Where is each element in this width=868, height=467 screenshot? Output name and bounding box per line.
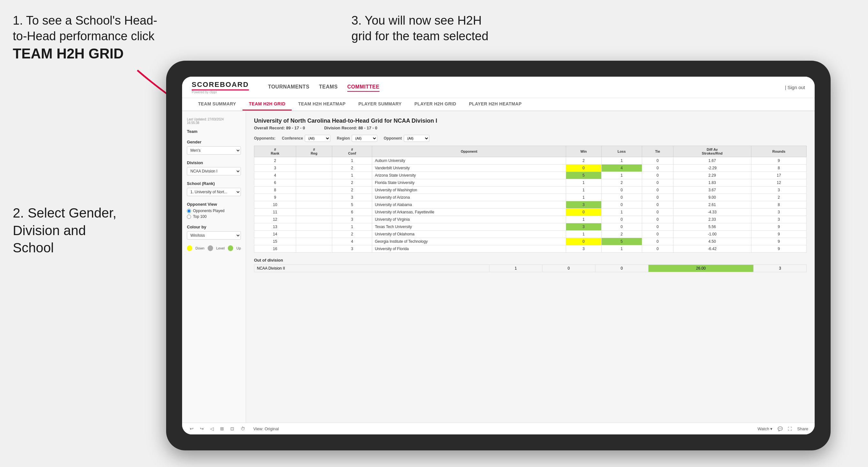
cell-conf: 1 bbox=[332, 157, 372, 164]
cell-tie: 0 bbox=[642, 245, 674, 253]
cell-rank: 4 bbox=[254, 172, 296, 179]
cell-tie: 0 bbox=[642, 194, 674, 201]
col-rank: #Rank bbox=[254, 146, 296, 157]
share-btn[interactable]: Share bbox=[797, 427, 808, 431]
fullscreen-btn[interactable]: ⛶ bbox=[788, 427, 792, 431]
cell-conf: 2 bbox=[332, 187, 372, 194]
cell-tie: 0 bbox=[642, 157, 674, 164]
sign-out[interactable]: | Sign out bbox=[785, 85, 805, 90]
tab-player-h2h-grid[interactable]: PLAYER H2H GRID bbox=[408, 98, 463, 111]
cell-reg bbox=[296, 187, 332, 194]
table-row: 14 2 University of Oklahoma 1 2 0 -1.00 … bbox=[254, 230, 807, 238]
cell-tie: 0 bbox=[642, 172, 674, 179]
cell-rank: 8 bbox=[254, 187, 296, 194]
conference-filter-select[interactable]: (All) bbox=[305, 135, 330, 142]
table-row: 10 5 University of Alabama 3 0 0 2.61 8 bbox=[254, 201, 807, 209]
cell-tie: 0 bbox=[642, 216, 674, 223]
arrange-btn[interactable]: ⊡ bbox=[229, 426, 236, 432]
cell-diff: 5.56 bbox=[673, 223, 751, 230]
cell-win: 1 bbox=[566, 179, 601, 187]
table-row: 9 3 University of Arizona 1 0 0 9.00 2 bbox=[254, 194, 807, 201]
table-row: 12 3 University of Virginia 1 0 0 2.33 3 bbox=[254, 216, 807, 223]
cell-rounds: 2 bbox=[751, 194, 806, 201]
table-row: 16 3 University of Florida 3 1 0 -6.42 9 bbox=[254, 245, 807, 253]
cell-opponent: Auburn University bbox=[372, 157, 566, 164]
cell-win: 3 bbox=[566, 245, 601, 253]
table-row: 2 1 Auburn University 2 1 0 1.67 9 bbox=[254, 157, 807, 164]
cell-tie: 0 bbox=[642, 230, 674, 238]
grid-area: University of North Carolina Head-to-Hea… bbox=[246, 111, 815, 423]
gender-select[interactable]: Men's bbox=[187, 146, 241, 155]
out-row: NCAA Division II 1 0 0 26.00 3 bbox=[254, 265, 807, 272]
division-select[interactable]: NCAA Division I bbox=[187, 167, 241, 175]
cell-loss: 0 bbox=[601, 187, 642, 194]
filter-conference: Conference (All) bbox=[282, 135, 330, 142]
col-opponent: Opponent bbox=[372, 146, 566, 157]
cell-reg bbox=[296, 194, 332, 201]
nav-tournaments[interactable]: TOURNAMENTS bbox=[268, 83, 310, 92]
cell-opponent: Arizona State University bbox=[372, 172, 566, 179]
tab-team-h2h-grid[interactable]: TEAM H2H GRID bbox=[243, 98, 292, 111]
cell-rank: 15 bbox=[254, 238, 296, 245]
radio-top-100[interactable]: Top 100 bbox=[187, 214, 241, 219]
annotation-3: 3. You will now see H2H grid for the tea… bbox=[351, 13, 569, 44]
cell-opponent: Georgia Institute of Technology bbox=[372, 238, 566, 245]
tablet-screen: SCOREBOARD Powered by clippi TOURNAMENTS… bbox=[182, 77, 815, 434]
nav-items: TOURNAMENTS TEAMS COMMITTEE bbox=[268, 83, 379, 92]
col-reg: #Reg bbox=[296, 146, 332, 157]
cell-diff: 2.33 bbox=[673, 216, 751, 223]
cell-rounds: 3 bbox=[751, 209, 806, 216]
logo-sub: Powered by clippi bbox=[192, 90, 217, 94]
undo-btn[interactable]: ↩ bbox=[188, 426, 195, 432]
cell-loss: 5 bbox=[601, 238, 642, 245]
out-of-division-label: Out of division bbox=[254, 258, 807, 262]
tab-player-summary[interactable]: PLAYER SUMMARY bbox=[352, 98, 408, 111]
cell-conf: 2 bbox=[332, 179, 372, 187]
cell-rank: 10 bbox=[254, 201, 296, 209]
h2h-table: #Rank #Reg #Conf Opponent Win Loss Tie D… bbox=[254, 146, 807, 253]
cell-reg bbox=[296, 209, 332, 216]
back-btn[interactable]: ◁ bbox=[209, 426, 215, 432]
cell-diff: 4.50 bbox=[673, 238, 751, 245]
cell-tie: 0 bbox=[642, 187, 674, 194]
cell-reg bbox=[296, 179, 332, 187]
color-legend: Down Level Up bbox=[187, 245, 241, 251]
tab-team-summary[interactable]: TEAM SUMMARY bbox=[192, 98, 243, 111]
table-row: 4 1 Arizona State University 5 1 0 2.29 … bbox=[254, 172, 807, 179]
colour-by-select[interactable]: Win/loss bbox=[187, 231, 241, 240]
top-nav: SCOREBOARD Powered by clippi TOURNAMENTS… bbox=[182, 77, 815, 98]
cell-rank: 12 bbox=[254, 216, 296, 223]
cell-conf: 3 bbox=[332, 245, 372, 253]
cell-win: 1 bbox=[566, 230, 601, 238]
school-label: School (Rank) bbox=[187, 181, 241, 186]
clock-btn[interactable]: ⏱ bbox=[239, 426, 246, 432]
nav-committee[interactable]: COMMITTEE bbox=[347, 83, 379, 92]
nav-teams[interactable]: TEAMS bbox=[319, 83, 338, 92]
cell-tie: 0 bbox=[642, 238, 674, 245]
view-label: View: Original bbox=[253, 427, 279, 431]
cell-rank: 3 bbox=[254, 164, 296, 172]
school-section: School (Rank) 1. University of Nort... bbox=[187, 181, 241, 196]
tab-team-h2h-heatmap[interactable]: TEAM H2H HEATMAP bbox=[292, 98, 352, 111]
comment-btn[interactable]: 💬 bbox=[778, 427, 783, 431]
sidebar: Last Updated: 27/03/2024 16:55:38 Team G… bbox=[182, 111, 246, 423]
col-diff: Diff AvStrokes/Rnd bbox=[673, 146, 751, 157]
filter-opponents: Opponents: bbox=[254, 136, 275, 141]
logo-area: SCOREBOARD Powered by clippi bbox=[192, 81, 249, 94]
school-select[interactable]: 1. University of Nort... bbox=[187, 188, 241, 196]
cell-win: 0 bbox=[566, 238, 601, 245]
crop-btn[interactable]: ⊞ bbox=[219, 426, 225, 432]
opponent-filter-select[interactable]: (All) bbox=[404, 135, 429, 142]
cell-rank: 9 bbox=[254, 194, 296, 201]
cell-diff: -4.33 bbox=[673, 209, 751, 216]
redo-btn[interactable]: ↪ bbox=[199, 426, 205, 432]
tab-player-h2h-heatmap[interactable]: PLAYER H2H HEATMAP bbox=[463, 98, 528, 111]
cell-loss: 1 bbox=[601, 157, 642, 164]
out-of-division-table: NCAA Division II 1 0 0 26.00 3 bbox=[254, 264, 807, 272]
watch-btn[interactable]: Watch ▾ bbox=[757, 427, 773, 431]
radio-opponents-played[interactable]: Opponents Played bbox=[187, 209, 241, 213]
cell-opponent: Florida State University bbox=[372, 179, 566, 187]
region-filter-select[interactable]: (All) bbox=[352, 135, 377, 142]
label-level: Level bbox=[216, 246, 225, 250]
out-tie: 0 bbox=[595, 265, 648, 272]
